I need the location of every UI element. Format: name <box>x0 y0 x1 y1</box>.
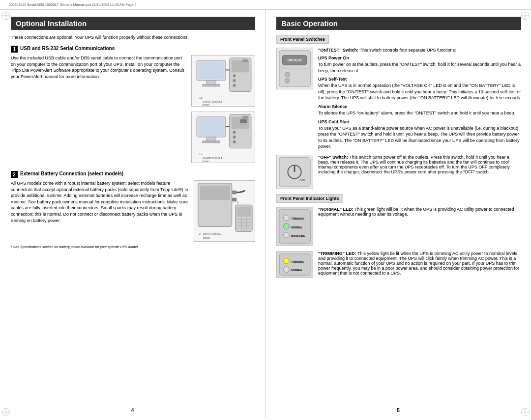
section-battery: 2 External Battery Connection (select mo… <box>11 171 255 249</box>
right-column: Basic Operation Front Panel Switches ON/… <box>266 10 531 418</box>
page-header: 200308025 Smart1050-1500SLT Owner's Manu… <box>0 0 531 10</box>
ups-self-test-text: When the UPS is in normal operation (the… <box>318 83 521 101</box>
svg-rect-6 <box>199 62 224 79</box>
ups-self-test-title: UPS Self-Test <box>318 77 521 82</box>
svg-point-10 <box>233 79 236 82</box>
front-panel-switches-header: Front Panel Switches <box>276 35 329 44</box>
svg-text:ON/TEST: ON/TEST <box>287 58 302 62</box>
svg-rect-17 <box>206 137 216 141</box>
off-label: "OFF" Switch: <box>318 155 348 160</box>
off-switch-area: OFF "OFF" Switch: This switch turns powe… <box>276 155 521 189</box>
led-panel-diagram-normal: TRIMMING NORMAL BOOSTING <box>276 207 313 246</box>
normal-led-text: "NORMAL" LED: This green light will be l… <box>318 207 521 217</box>
section-battery-number: 2 <box>11 171 18 178</box>
trimming-led-text: "TRIMMING" LED: This yellow light be lit… <box>318 251 521 276</box>
svg-point-70 <box>284 258 290 264</box>
section-usb-text: Use the included USB cable and/or DB9 se… <box>11 55 186 80</box>
ups-cold-start: UPS Cold Start To use your UPS as a stan… <box>318 119 521 150</box>
svg-point-22 <box>233 131 236 134</box>
svg-point-56 <box>285 78 290 83</box>
section-usb: 1 USB and RS-232 Serial Communications U… <box>11 46 255 164</box>
normal-led-label: "NORMAL" LED: <box>318 207 354 212</box>
svg-text:shown: shown <box>203 237 210 239</box>
svg-rect-19 <box>199 118 224 136</box>
ontest-desc: This switch controls four separate UPS f… <box>359 48 456 53</box>
ontest-label: "ON/TEST" Switch: <box>318 48 358 53</box>
svg-rect-4 <box>206 81 216 84</box>
svg-text:1b: 1b <box>199 153 203 156</box>
svg-point-23 <box>233 136 236 139</box>
svg-point-9 <box>233 74 236 77</box>
svg-text:shown: shown <box>203 104 209 106</box>
front-panel-indicators-section: Front Panel Indicator Lights TRIMMING NO… <box>276 194 521 278</box>
ontest-diagram: ON/TEST <box>276 48 313 89</box>
section-usb-title: 1 USB and RS-232 Serial Communications <box>11 46 255 53</box>
svg-rect-33 <box>232 197 237 201</box>
svg-point-63 <box>284 215 290 221</box>
right-title: Basic Operation <box>276 17 521 30</box>
ups-power-on: UPS Power On To turn power on at the out… <box>318 56 521 74</box>
trimming-led-label: "TRIMMING" LED: <box>318 251 356 256</box>
svg-rect-31 <box>200 186 230 200</box>
svg-rect-12 <box>242 59 248 62</box>
usb-diagrams: 1a SMART1050SLT shown <box>191 55 255 164</box>
svg-point-72 <box>284 267 290 273</box>
section-battery-text: All UPS models come with a robust intern… <box>11 180 189 224</box>
svg-text:2: 2 <box>199 232 201 235</box>
diagram-1a: 1a SMART1050SLT shown <box>191 55 255 108</box>
svg-rect-69 <box>279 254 310 275</box>
reg-mark-bl <box>1 407 11 417</box>
page-number-4: 4 <box>131 408 134 413</box>
reg-mark-br <box>520 407 530 417</box>
svg-text:TRIMMING: TRIMMING <box>291 217 304 220</box>
ups-power-on-text: To turn power on at the outlets, press t… <box>318 61 521 74</box>
svg-text:SMART1050SLT: SMART1050SLT <box>203 100 223 103</box>
svg-text:NORMAL: NORMAL <box>291 269 303 272</box>
led-panel-diagram-trimming: TRIMMING NORMAL <box>276 251 313 278</box>
ups-cold-start-title: UPS Cold Start <box>318 119 521 124</box>
section-battery-label: External Battery Connection (select mode… <box>20 171 123 176</box>
left-intro: These connections are optional. Your UPS… <box>11 35 255 40</box>
battery-diagram: + - 2 SMART1050XL shown <box>194 180 255 243</box>
svg-text:shown: shown <box>203 160 209 163</box>
front-panel-switches-section: Front Panel Switches ON/TEST <box>276 35 521 189</box>
alarm-silence-title: Alarm Silence <box>318 104 521 109</box>
svg-point-11 <box>233 84 236 87</box>
svg-text:-: - <box>246 201 247 204</box>
svg-point-67 <box>284 232 290 238</box>
svg-text:OFF: OFF <box>299 179 305 182</box>
alarm-silence-text: To silence the UPS "on-battery" alarm, p… <box>318 110 521 116</box>
ontest-switch-area: ON/TEST "ON/TEST" Switch: This switch co… <box>276 48 521 150</box>
normal-led-area: TRIMMING NORMAL BOOSTING "NORMAL" LED: T… <box>276 207 521 246</box>
svg-point-65 <box>284 224 290 229</box>
ups-self-test: UPS Self-Test When the UPS is in normal … <box>318 77 521 101</box>
section-usb-number: 1 <box>11 46 18 53</box>
diagram-1b: 1b SMART1050SLT shown <box>191 112 255 164</box>
svg-text:TRIMMING: TRIMMING <box>291 260 304 263</box>
svg-text:BOOSTING: BOOSTING <box>291 234 305 237</box>
svg-rect-32 <box>232 191 237 195</box>
front-panel-indicators-header: Front Panel Indicator Lights <box>276 194 343 203</box>
svg-text:1a: 1a <box>199 96 203 99</box>
ups-cold-start-text: To use your UPS as a stand-alone power s… <box>318 125 521 150</box>
svg-text:NORMAL: NORMAL <box>291 226 303 229</box>
off-text: "OFF" Switch: This switch turns power of… <box>318 155 521 174</box>
svg-rect-35 <box>237 207 251 217</box>
reg-mark-tl <box>1 11 11 21</box>
svg-point-55 <box>285 72 290 77</box>
left-column: Optional Installation These connections … <box>0 10 266 418</box>
section-usb-body: Use the included USB cable and/or DB9 se… <box>11 55 255 164</box>
alarm-silence: Alarm Silence To silence the UPS "on-bat… <box>318 104 521 116</box>
section-usb-label: USB and RS-232 Serial Communications <box>20 46 115 51</box>
section-battery-title: 2 External Battery Connection (select mo… <box>11 171 255 178</box>
battery-footnote: * See Specifications section for battery… <box>11 245 255 249</box>
page-number-5: 5 <box>397 408 400 413</box>
trimming-led-area: TRIMMING NORMAL "TRIMMING" LED: This yel… <box>276 251 521 278</box>
svg-text:+: + <box>237 201 239 204</box>
svg-rect-26 <box>240 119 247 123</box>
header-text: 200308025 Smart1050-1500SLT Owner's Manu… <box>9 3 136 6</box>
ontest-text: "ON/TEST" Switch: This switch controls f… <box>318 48 521 150</box>
svg-rect-18 <box>203 141 220 143</box>
left-title: Optional Installation <box>11 17 255 30</box>
reg-mark-tr <box>520 11 530 21</box>
